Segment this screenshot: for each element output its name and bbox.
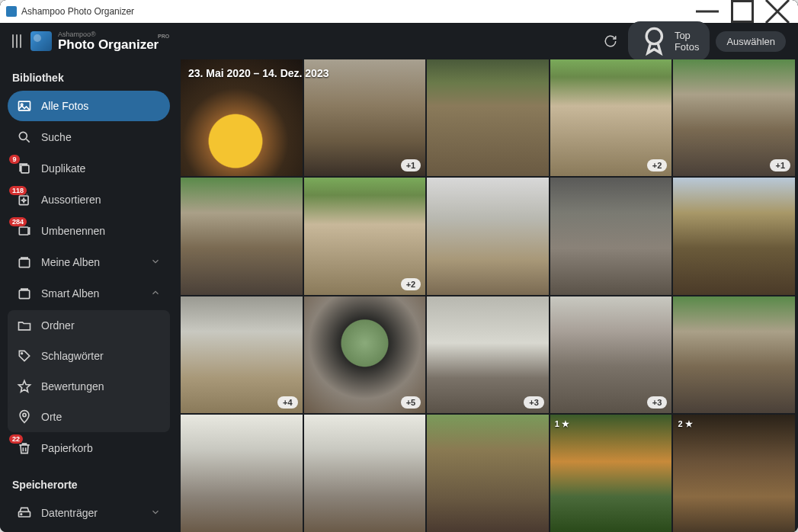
close-button[interactable] [760, 0, 795, 23]
drive-icon [17, 505, 32, 521]
sidebar-item-folders[interactable]: Ordner [8, 310, 170, 341]
svg-point-13 [21, 514, 22, 515]
photo-thumb[interactable]: +1 [673, 59, 795, 176]
photo-thumb[interactable] [427, 415, 549, 531]
duplicates-badge: 9 [9, 155, 20, 164]
sidebar-item-label: Bewertungen [41, 380, 104, 393]
photo-thumb[interactable] [427, 59, 549, 176]
sidebar-item-my-albums[interactable]: Meine Alben [8, 247, 170, 277]
sidebar-item-label: Smart Alben [41, 287, 99, 300]
brand-large: Photo OrganizerPRO [58, 38, 159, 51]
select-label: Auswählen [726, 36, 775, 47]
sidebar-item-label: Ordner [41, 319, 75, 332]
tag-icon [17, 348, 32, 364]
rename-badge: 284 [9, 217, 27, 226]
svg-point-4 [19, 132, 27, 139]
photo-thumb[interactable]: +4 [181, 296, 303, 413]
app-logo-icon [6, 6, 17, 17]
stack-count: +2 [647, 159, 668, 171]
app-header: Ashampoo® Photo OrganizerPRO Top Fotos A… [0, 23, 798, 59]
sidebar-item-smart-albums[interactable]: Smart Alben [8, 278, 170, 309]
stack-count: +5 [401, 396, 421, 409]
sidebar: Bibliothek Alle Fotos Suche 9 Duplikate … [0, 59, 178, 532]
chevron-down-icon [150, 256, 161, 269]
sidebar-item-sort-out[interactable]: 118 Aussortieren [8, 184, 170, 215]
sidebar-item-tags[interactable]: Schlagwörter [8, 341, 170, 371]
window-title: Ashampoo Photo Organizer [21, 6, 134, 17]
photo-thumb[interactable]: +3 [550, 296, 672, 413]
title-bar: Ashampoo Photo Organizer [0, 0, 798, 23]
sidebar-item-label: Datenträger [41, 507, 98, 519]
sidebar-item-trash[interactable]: 22 Papierkorb [8, 433, 170, 463]
stack-count: +2 [401, 278, 421, 290]
sidebar-item-label: Papierkorb [41, 442, 93, 454]
minimize-button[interactable] [690, 0, 725, 23]
select-button[interactable]: Auswählen [716, 31, 786, 52]
trash-badge: 22 [9, 434, 23, 444]
chevron-up-icon [150, 287, 161, 300]
svg-point-10 [21, 353, 23, 354]
sidebar-item-rename[interactable]: 284 Umbenennen [8, 216, 170, 246]
rating-badge: 1 ★ [555, 419, 569, 429]
sidebar-item-drives[interactable]: Datenträger [8, 498, 170, 528]
album-icon [17, 255, 32, 270]
maximize-button[interactable] [725, 0, 760, 23]
stack-count: +1 [401, 159, 421, 171]
photo-thumb[interactable] [427, 178, 549, 294]
svg-rect-0 [732, 2, 753, 22]
menu-toggle-button[interactable] [12, 34, 21, 48]
star-icon [17, 379, 32, 394]
sidebar-item-duplicates[interactable]: 9 Duplikate [8, 153, 170, 184]
top-photos-label: Top Fotos [675, 30, 700, 53]
date-range-header: 23. Mai 2020 – 14. Dez. 2023 [188, 67, 328, 79]
photo-thumb[interactable] [304, 415, 426, 531]
svg-rect-9 [19, 290, 29, 299]
top-photos-button[interactable]: Top Fotos [628, 21, 710, 62]
sidebar-item-label: Suche [41, 131, 72, 143]
sidebar-item-label: Alle Fotos [41, 100, 88, 112]
window-controls [690, 0, 795, 23]
photo-thumb[interactable]: +3 [427, 296, 549, 413]
photo-grid: +1 +2 +1 +2 +4 +5 +3 +3 1 ★ 2 ★ [181, 59, 798, 532]
window-title-area: Ashampoo Photo Organizer [6, 6, 134, 17]
sidebar-item-search[interactable]: Suche [8, 122, 170, 152]
photo-thumb[interactable]: +2 [304, 178, 426, 294]
sidebar-section-storage: Speicherorte [8, 473, 170, 497]
sidebar-item-label: Meine Alben [41, 256, 100, 268]
brand-icon [30, 31, 52, 51]
stack-count: +3 [524, 396, 544, 409]
photo-thumb[interactable]: +5 [304, 296, 426, 413]
sort-out-badge: 118 [9, 186, 27, 195]
svg-rect-8 [19, 259, 29, 268]
svg-rect-5 [21, 165, 29, 173]
photo-thumb[interactable] [673, 296, 795, 413]
photo-thumb[interactable]: +2 [550, 59, 672, 176]
stack-count: +4 [277, 396, 298, 409]
svg-rect-7 [19, 227, 28, 235]
photos-icon [17, 98, 32, 114]
photo-thumb[interactable]: 2 ★ [673, 415, 795, 531]
sidebar-item-label: Orte [41, 411, 62, 423]
stack-count: +1 [770, 159, 790, 171]
photo-thumb[interactable] [673, 178, 795, 294]
location-icon [17, 409, 32, 425]
sidebar-item-label: Schlagwörter [41, 350, 104, 362]
brand: Ashampoo® Photo OrganizerPRO [30, 31, 159, 51]
duplicate-icon [17, 161, 32, 176]
photo-thumb[interactable] [550, 178, 672, 294]
sidebar-item-label: Duplikate [41, 162, 85, 175]
chevron-down-icon [150, 507, 161, 520]
photo-thumb[interactable] [181, 415, 303, 531]
folder-icon [17, 318, 32, 333]
sidebar-item-label: Umbenennen [41, 225, 105, 237]
refresh-button[interactable] [599, 30, 622, 53]
sidebar-section-library: Bibliothek [8, 66, 170, 90]
sidebar-item-ratings[interactable]: Bewertungen [8, 371, 170, 402]
sidebar-item-places[interactable]: Orte [8, 402, 170, 432]
smart-album-icon [17, 286, 32, 301]
sidebar-item-all-photos[interactable]: Alle Fotos [8, 91, 170, 121]
photo-grid-area: 23. Mai 2020 – 14. Dez. 2023 +1 +2 +1 +2… [178, 59, 798, 532]
rating-badge: 2 ★ [678, 419, 692, 429]
photo-thumb[interactable] [181, 178, 303, 294]
photo-thumb[interactable]: 1 ★ [550, 415, 672, 531]
